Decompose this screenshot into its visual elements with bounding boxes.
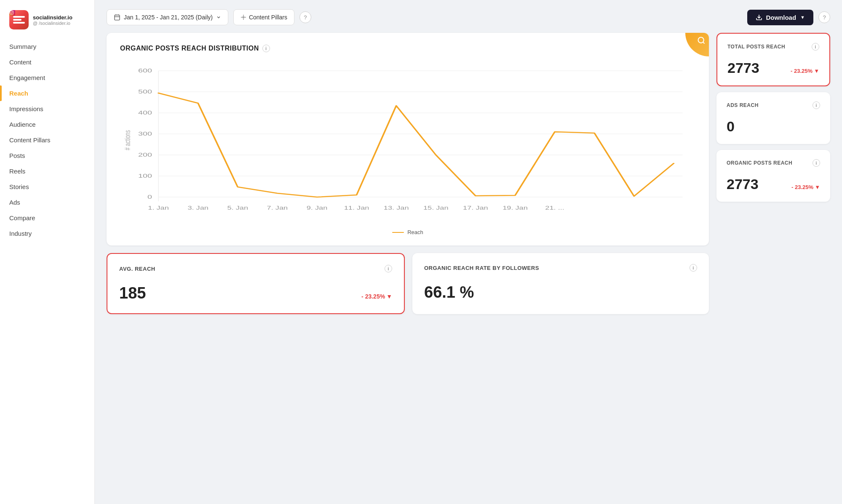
help-button-right[interactable]: ? — [818, 11, 830, 23]
stat-delta-total-posts-reach: - 23.25% ▼ — [791, 68, 819, 74]
nav-menu: SummaryContentEngagementReachImpressions… — [0, 39, 94, 241]
chart-wrapper: 0 100 200 300 400 500 600 # actions 1. J… — [120, 62, 695, 222]
download-arrow: ▼ — [800, 15, 805, 20]
download-button[interactable]: Download ▼ — [747, 10, 813, 25]
sidebar-item-industry[interactable]: Industry — [0, 226, 94, 241]
metric-value-organic-reach-rate: 66.1 % — [424, 283, 474, 301]
metric-value-row-avg-reach: 185- 23.25% ▼ — [119, 284, 392, 302]
logo-icon — [9, 10, 29, 29]
stat-info-icon-ads-reach[interactable]: i — [813, 101, 820, 109]
main-content: Jan 1, 2025 - Jan 21, 2025 (Daily) Conte… — [95, 0, 842, 504]
svg-text:19. Jan: 19. Jan — [503, 205, 528, 211]
chart-legend: Reach — [120, 229, 695, 235]
sidebar-item-audience[interactable]: Audience — [0, 117, 94, 132]
stat-card-ads-reach: ADS REACHi0 — [716, 92, 830, 144]
svg-point-7 — [243, 16, 244, 18]
sidebar-item-summary[interactable]: Summary — [0, 39, 94, 54]
svg-text:5. Jan: 5. Jan — [227, 205, 248, 211]
svg-point-1 — [11, 12, 13, 13]
svg-text:200: 200 — [138, 152, 152, 158]
logo-area: socialinsider.io @ /socialinsider.io — [0, 8, 94, 39]
bottom-cards: AVG. REACHi185- 23.25% ▼ORGANIC REACH RA… — [107, 253, 709, 314]
topbar: Jan 1, 2025 - Jan 21, 2025 (Daily) Conte… — [107, 9, 830, 25]
stat-label-ads-reach: ADS REACHi — [727, 101, 820, 109]
stat-label-organic-posts-reach: ORGANIC POSTS REACHi — [727, 159, 820, 167]
content-pillars-label: Content Pillars — [249, 14, 287, 21]
help-button[interactable]: ? — [299, 11, 311, 23]
download-label: Download — [766, 14, 796, 21]
sidebar-item-stories[interactable]: Stories — [0, 179, 94, 195]
topbar-right: Download ▼ ? — [747, 10, 830, 25]
search-icon — [697, 36, 706, 45]
pillars-icon — [241, 14, 246, 20]
svg-text:1. Jan: 1. Jan — [148, 205, 169, 211]
svg-line-14 — [703, 42, 705, 44]
metric-card-organic-reach-rate: ORGANIC REACH RATE BY FOLLOWERSi66.1 % — [412, 253, 709, 314]
svg-text:100: 100 — [138, 173, 152, 179]
svg-rect-0 — [10, 11, 13, 14]
svg-text:13. Jan: 13. Jan — [384, 205, 409, 211]
stat-value-ads-reach: 0 — [727, 118, 735, 135]
sidebar-item-impressions[interactable]: Impressions — [0, 101, 94, 117]
reach-chart: 0 100 200 300 400 500 600 # actions 1. J… — [120, 62, 695, 222]
svg-text:600: 600 — [138, 67, 152, 74]
sidebar-item-compare[interactable]: Compare — [0, 210, 94, 226]
svg-text:300: 300 — [138, 131, 152, 137]
date-range-label: Jan 1, 2025 - Jan 21, 2025 (Daily) — [124, 14, 213, 21]
stat-card-organic-posts-reach: ORGANIC POSTS REACHi2773- 23.25% ▼ — [716, 150, 830, 202]
calendar-icon — [114, 14, 120, 21]
stat-info-icon-total-posts-reach[interactable]: i — [812, 43, 819, 51]
stat-value-total-posts-reach: 2773 — [727, 60, 759, 76]
sidebar-item-ads[interactable]: Ads — [0, 195, 94, 210]
legend-label: Reach — [407, 229, 423, 235]
chart-corner-icon — [685, 33, 709, 56]
chevron-down-icon — [216, 15, 221, 20]
svg-text:# actions: # actions — [123, 130, 132, 150]
stat-card-total-posts-reach: TOTAL POSTS REACHi2773- 23.25% ▼ — [716, 33, 830, 86]
metric-info-icon-avg-reach[interactable]: i — [385, 265, 392, 272]
right-sidebar: TOTAL POSTS REACHi2773- 23.25% ▼ADS REAC… — [716, 33, 830, 495]
svg-text:21. ...: 21. ... — [545, 205, 564, 211]
content-area: ORGANIC POSTS REACH DISTRIBUTION i — [107, 33, 830, 495]
chart-section: ORGANIC POSTS REACH DISTRIBUTION i — [107, 33, 709, 495]
sidebar-item-content-pillars[interactable]: Content Pillars — [0, 132, 94, 148]
download-icon — [756, 14, 762, 21]
svg-rect-3 — [115, 15, 120, 20]
sidebar-item-content[interactable]: Content — [0, 54, 94, 70]
metric-delta-avg-reach: - 23.25% ▼ — [361, 293, 392, 300]
svg-text:9. Jan: 9. Jan — [307, 205, 328, 211]
stat-value-organic-posts-reach: 2773 — [727, 176, 759, 192]
svg-point-13 — [698, 37, 704, 43]
metric-info-icon-organic-reach-rate[interactable]: i — [690, 264, 697, 272]
app-name: socialinsider.io — [33, 14, 72, 21]
sidebar-item-reach[interactable]: Reach — [0, 85, 94, 101]
svg-text:7. Jan: 7. Jan — [267, 205, 288, 211]
stat-value-row-ads-reach: 0 — [727, 118, 820, 135]
metric-value-avg-reach: 185 — [119, 284, 146, 302]
svg-point-2 — [13, 11, 13, 12]
stat-info-icon-organic-posts-reach[interactable]: i — [813, 159, 820, 167]
sidebar-item-posts[interactable]: Posts — [0, 148, 94, 163]
legend-line — [392, 232, 404, 233]
metric-card-avg-reach: AVG. REACHi185- 23.25% ▼ — [107, 253, 405, 314]
chart-card: ORGANIC POSTS REACH DISTRIBUTION i — [107, 33, 709, 245]
logo-bars — [13, 16, 25, 24]
sidebar-item-engagement[interactable]: Engagement — [0, 70, 94, 85]
svg-text:3. Jan: 3. Jan — [187, 205, 208, 211]
app-handle: @ /socialinsider.io — [33, 21, 72, 26]
stat-label-total-posts-reach: TOTAL POSTS REACHi — [727, 43, 819, 51]
date-picker-button[interactable]: Jan 1, 2025 - Jan 21, 2025 (Daily) — [107, 9, 228, 25]
chart-info-icon[interactable]: i — [262, 45, 270, 52]
stat-value-row-total-posts-reach: 2773- 23.25% ▼ — [727, 60, 819, 76]
metric-label-organic-reach-rate: ORGANIC REACH RATE BY FOLLOWERSi — [424, 264, 697, 272]
instagram-badge — [9, 10, 15, 16]
logo-text: socialinsider.io @ /socialinsider.io — [33, 14, 72, 26]
stat-delta-organic-posts-reach: - 23.25% ▼ — [791, 184, 820, 190]
metric-label-avg-reach: AVG. REACHi — [119, 265, 392, 272]
content-pillars-button[interactable]: Content Pillars — [233, 9, 294, 25]
sidebar: socialinsider.io @ /socialinsider.io Sum… — [0, 0, 95, 504]
svg-text:11. Jan: 11. Jan — [344, 205, 369, 211]
sidebar-item-reels[interactable]: Reels — [0, 163, 94, 179]
svg-text:17. Jan: 17. Jan — [463, 205, 488, 211]
svg-text:400: 400 — [138, 109, 152, 116]
